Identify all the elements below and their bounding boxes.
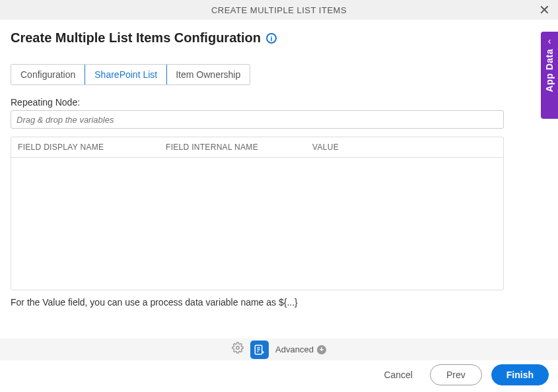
title-row: Create Multiple List Items Configuration… — [11, 30, 547, 46]
plus-icon: + — [317, 345, 326, 354]
close-icon[interactable]: ✕ — [539, 3, 551, 16]
modal-title: CREATE MULTIPLE LIST ITEMS — [211, 5, 347, 15]
helper-text: For the Value field, you can use a proce… — [11, 297, 547, 308]
col-field-internal-name: FIELD INTERNAL NAME — [166, 143, 312, 152]
repeating-node-input[interactable] — [11, 110, 504, 129]
finish-button[interactable]: Finish — [491, 364, 549, 385]
info-icon[interactable]: i — [266, 33, 277, 44]
advanced-label: Advanced — [275, 344, 314, 354]
form-config-icon[interactable] — [250, 341, 269, 359]
cancel-button[interactable]: Cancel — [376, 366, 421, 384]
tab-sharepoint-list[interactable]: SharePoint List — [85, 64, 167, 85]
prev-button[interactable]: Prev — [430, 364, 482, 385]
field-table: FIELD DISPLAY NAME FIELD INTERNAL NAME V… — [11, 137, 504, 290]
table-body[interactable] — [11, 158, 503, 290]
tab-item-ownership[interactable]: Item Ownership — [166, 65, 250, 84]
chevron-left-icon: ‹ — [548, 36, 551, 46]
col-field-display-name: FIELD DISPLAY NAME — [18, 143, 166, 152]
page-title: Create Multiple List Items Configuration — [11, 30, 261, 46]
repeating-node-label: Repeating Node: — [11, 97, 547, 108]
gear-icon[interactable] — [232, 342, 244, 357]
side-panel-label: App Data — [544, 49, 555, 92]
table-header: FIELD DISPLAY NAME FIELD INTERNAL NAME V… — [11, 137, 503, 158]
advanced-toggle[interactable]: Advanced + — [275, 344, 326, 354]
modal-header: CREATE MULTIPLE LIST ITEMS ✕ — [0, 0, 558, 20]
bottom-toolbar: Advanced + — [0, 339, 558, 360]
footer-buttons: Cancel Prev Finish — [376, 364, 549, 385]
col-value: VALUE — [312, 143, 497, 152]
side-panel-app-data[interactable]: ‹ App Data — [541, 32, 558, 119]
tab-configuration[interactable]: Configuration — [11, 65, 85, 84]
tab-bar: Configuration SharePoint List Item Owner… — [11, 64, 250, 85]
svg-point-0 — [236, 346, 240, 350]
main-content: Create Multiple List Items Configuration… — [0, 20, 558, 308]
